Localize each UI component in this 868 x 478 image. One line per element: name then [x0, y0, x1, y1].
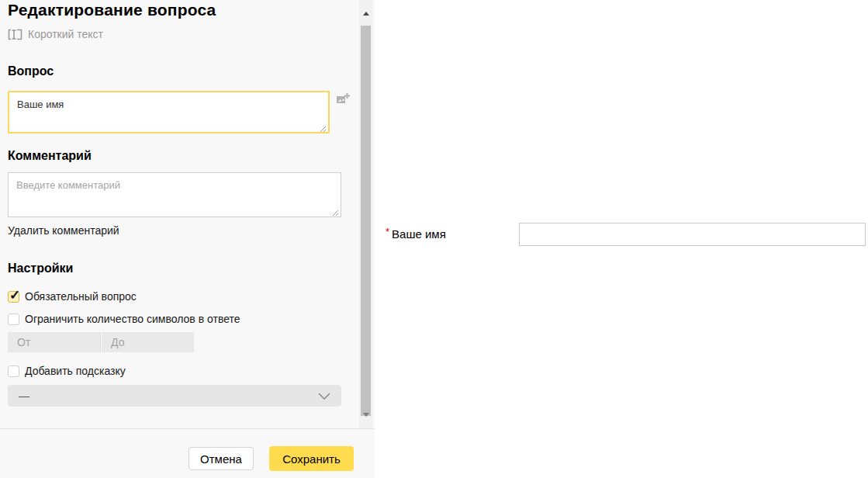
scroll-down-button[interactable]: [359, 417, 372, 428]
page-title: Редактирование вопроса: [8, 1, 216, 19]
question-type-row: Короткий текст: [8, 28, 103, 40]
limit-to-input[interactable]: [102, 332, 194, 352]
comment-input[interactable]: [8, 172, 341, 217]
limit-from-input[interactable]: [8, 332, 101, 352]
settings-heading: Настройки: [8, 262, 73, 275]
scrollbar-thumb[interactable]: [361, 26, 371, 416]
required-question-label: Обязательный вопрос: [25, 290, 137, 303]
scroll-down-arrow-icon: [363, 413, 369, 428]
question-type-label: Короткий текст: [28, 28, 103, 40]
required-question-checkbox-row[interactable]: ✓ Обязательный вопрос: [8, 290, 137, 303]
short-text-icon: [8, 29, 22, 40]
form-preview-panel: *Ваше имя: [375, 0, 868, 478]
preview-question-label: *Ваше имя: [386, 226, 446, 241]
limit-characters-checkbox-row[interactable]: ✓ Ограничить количество символов в ответ…: [8, 313, 240, 325]
hint-select-value: —: [19, 390, 29, 402]
checkmark-icon: ✓: [9, 287, 20, 303]
preview-answer-input[interactable]: [519, 223, 866, 246]
add-hint-checkbox-row[interactable]: ✓ Добавить подсказку: [8, 365, 126, 377]
cancel-button[interactable]: Отмена: [188, 447, 254, 470]
editor-panel: Редактирование вопроса: [0, 0, 375, 478]
add-image-icon: [336, 92, 350, 106]
question-editor-window: Редактирование вопроса: [0, 0, 868, 478]
checkbox-unchecked-icon[interactable]: ✓: [8, 313, 19, 325]
scroll-up-button[interactable]: [359, 0, 372, 12]
save-button[interactable]: Сохранить: [269, 446, 354, 471]
hint-select-dropdown[interactable]: —: [8, 385, 341, 407]
limit-characters-label: Ограничить количество символов в ответе: [25, 313, 240, 325]
question-label: Вопрос: [8, 64, 54, 78]
chevron-down-icon: [318, 393, 330, 400]
question-text-input[interactable]: Ваше имя: [8, 91, 330, 133]
add-image-button[interactable]: [335, 92, 351, 107]
checkbox-unchecked-icon[interactable]: ✓: [8, 365, 19, 377]
required-asterisk: *: [386, 226, 389, 237]
checkbox-checked-icon[interactable]: ✓: [8, 291, 19, 303]
comment-label: Комментарий: [8, 149, 92, 163]
editor-scroll-area: Редактирование вопроса: [0, 0, 359, 428]
scroll-up-arrow-icon: [363, 0, 369, 16]
vertical-scrollbar[interactable]: [359, 0, 372, 428]
preview-question-label-text: Ваше имя: [392, 227, 446, 241]
delete-comment-link[interactable]: Удалить комментарий: [8, 224, 119, 237]
add-hint-label: Добавить подсказку: [25, 365, 126, 377]
